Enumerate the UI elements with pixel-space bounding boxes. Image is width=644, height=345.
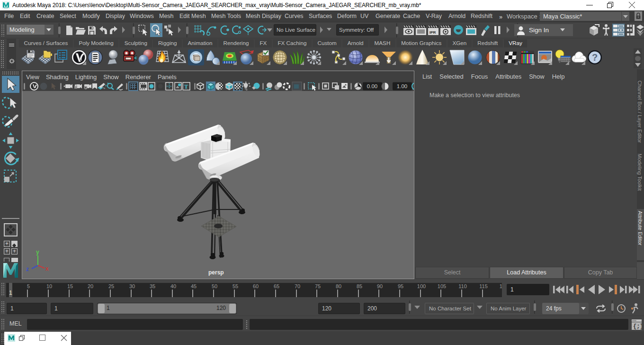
svg-text:z: z xyxy=(26,266,29,272)
svg-text:x: x xyxy=(45,265,49,272)
svg-text:y: y xyxy=(36,249,39,255)
svg-text:?: ? xyxy=(592,52,598,63)
svg-text:0.00: 0.00 xyxy=(367,83,377,89)
svg-text:T: T xyxy=(184,83,188,90)
svg-text:1.00: 1.00 xyxy=(397,83,407,89)
svg-text:IPR: IPR xyxy=(429,30,436,35)
svg-text:{;}: {;} xyxy=(633,323,642,330)
